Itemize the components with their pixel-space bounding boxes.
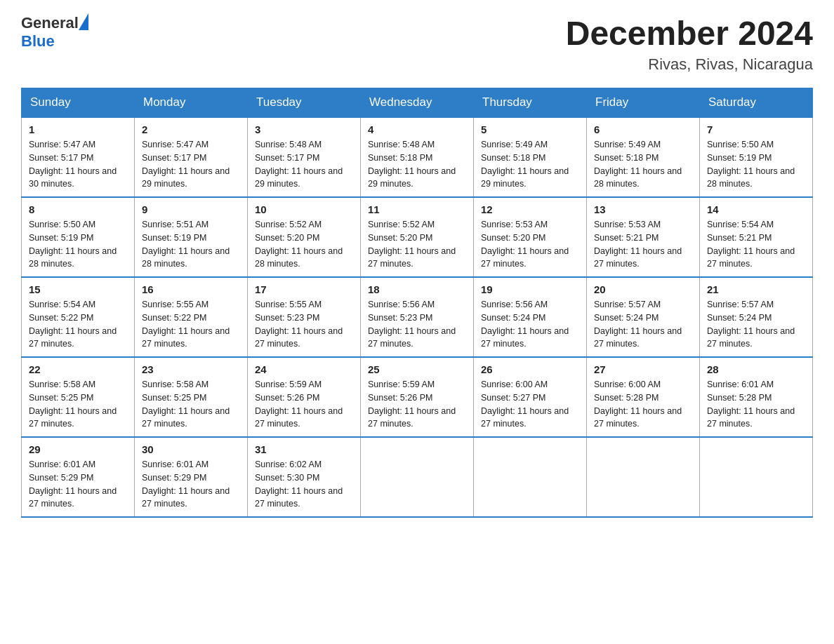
day-number: 7 [707,123,805,135]
calendar-header-thursday: Thursday [474,88,587,118]
day-number: 2 [142,123,240,135]
day-number: 15 [29,283,127,295]
calendar-header-friday: Friday [587,88,700,118]
day-number: 8 [29,203,127,215]
calendar-cell: 27 Sunrise: 6:00 AMSunset: 5:28 PMDaylig… [587,357,700,437]
calendar-week-row: 29 Sunrise: 6:01 AMSunset: 5:29 PMDaylig… [22,437,813,517]
calendar-cell: 5 Sunrise: 5:49 AMSunset: 5:18 PMDayligh… [474,117,587,197]
calendar-cell: 31 Sunrise: 6:02 AMSunset: 5:30 PMDaylig… [248,437,361,517]
calendar-table: SundayMondayTuesdayWednesdayThursdayFrid… [21,88,813,518]
calendar-cell: 9 Sunrise: 5:51 AMSunset: 5:19 PMDayligh… [135,197,248,277]
calendar-cell: 13 Sunrise: 5:53 AMSunset: 5:21 PMDaylig… [587,197,700,277]
day-info: Sunrise: 5:56 AMSunset: 5:24 PMDaylight:… [481,300,569,349]
calendar-header-wednesday: Wednesday [361,88,474,118]
day-number: 23 [142,363,240,375]
day-info: Sunrise: 5:47 AMSunset: 5:17 PMDaylight:… [142,140,230,189]
day-info: Sunrise: 5:50 AMSunset: 5:19 PMDaylight:… [707,140,795,189]
calendar-cell: 17 Sunrise: 5:55 AMSunset: 5:23 PMDaylig… [248,277,361,357]
day-info: Sunrise: 6:01 AMSunset: 5:29 PMDaylight:… [29,459,117,509]
calendar-week-row: 8 Sunrise: 5:50 AMSunset: 5:19 PMDayligh… [22,197,813,277]
calendar-cell: 7 Sunrise: 5:50 AMSunset: 5:19 PMDayligh… [700,117,813,197]
day-info: Sunrise: 5:52 AMSunset: 5:20 PMDaylight:… [368,220,456,269]
day-info: Sunrise: 5:48 AMSunset: 5:18 PMDaylight:… [368,140,456,189]
day-info: Sunrise: 5:58 AMSunset: 5:25 PMDaylight:… [29,380,117,429]
calendar-cell: 22 Sunrise: 5:58 AMSunset: 5:25 PMDaylig… [22,357,135,437]
day-info: Sunrise: 5:48 AMSunset: 5:17 PMDaylight:… [255,140,343,189]
calendar-header-tuesday: Tuesday [248,88,361,118]
calendar-cell: 10 Sunrise: 5:52 AMSunset: 5:20 PMDaylig… [248,197,361,277]
day-info: Sunrise: 5:55 AMSunset: 5:22 PMDaylight:… [142,300,230,349]
day-info: Sunrise: 6:01 AMSunset: 5:29 PMDaylight:… [142,459,230,509]
day-number: 17 [255,283,353,295]
day-number: 30 [142,443,240,455]
calendar-cell [474,437,587,517]
day-info: Sunrise: 5:57 AMSunset: 5:24 PMDaylight:… [594,300,682,349]
calendar-cell: 11 Sunrise: 5:52 AMSunset: 5:20 PMDaylig… [361,197,474,277]
calendar-cell: 8 Sunrise: 5:50 AMSunset: 5:19 PMDayligh… [22,197,135,277]
day-info: Sunrise: 5:56 AMSunset: 5:23 PMDaylight:… [368,300,456,349]
calendar-cell [700,437,813,517]
calendar-cell: 24 Sunrise: 5:59 AMSunset: 5:26 PMDaylig… [248,357,361,437]
day-info: Sunrise: 6:01 AMSunset: 5:28 PMDaylight:… [707,380,795,429]
calendar-week-row: 1 Sunrise: 5:47 AMSunset: 5:17 PMDayligh… [22,117,813,197]
calendar-cell: 19 Sunrise: 5:56 AMSunset: 5:24 PMDaylig… [474,277,587,357]
day-number: 21 [707,283,805,295]
location-text: Rivas, Rivas, Nicaragua [566,55,813,74]
day-number: 1 [29,123,127,135]
calendar-cell: 15 Sunrise: 5:54 AMSunset: 5:22 PMDaylig… [22,277,135,357]
day-info: Sunrise: 5:53 AMSunset: 5:20 PMDaylight:… [481,220,569,269]
day-info: Sunrise: 5:53 AMSunset: 5:21 PMDaylight:… [594,220,682,269]
day-info: Sunrise: 5:49 AMSunset: 5:18 PMDaylight:… [594,140,682,189]
day-info: Sunrise: 5:52 AMSunset: 5:20 PMDaylight:… [255,220,343,269]
day-number: 4 [368,123,466,135]
logo: General Blue [21,14,88,51]
day-info: Sunrise: 5:57 AMSunset: 5:24 PMDaylight:… [707,300,795,349]
day-info: Sunrise: 5:54 AMSunset: 5:21 PMDaylight:… [707,220,795,269]
page-header: General Blue December 2024 Rivas, Rivas,… [21,14,813,74]
calendar-header-sunday: Sunday [22,88,135,118]
day-info: Sunrise: 5:47 AMSunset: 5:17 PMDaylight:… [29,140,117,189]
calendar-cell: 20 Sunrise: 5:57 AMSunset: 5:24 PMDaylig… [587,277,700,357]
day-number: 11 [368,203,466,215]
day-info: Sunrise: 6:02 AMSunset: 5:30 PMDaylight:… [255,459,343,509]
day-info: Sunrise: 5:49 AMSunset: 5:18 PMDaylight:… [481,140,569,189]
day-number: 18 [368,283,466,295]
calendar-cell: 28 Sunrise: 6:01 AMSunset: 5:28 PMDaylig… [700,357,813,437]
day-number: 22 [29,363,127,375]
calendar-header-row: SundayMondayTuesdayWednesdayThursdayFrid… [22,88,813,118]
calendar-cell: 6 Sunrise: 5:49 AMSunset: 5:18 PMDayligh… [587,117,700,197]
calendar-cell: 12 Sunrise: 5:53 AMSunset: 5:20 PMDaylig… [474,197,587,277]
calendar-cell: 14 Sunrise: 5:54 AMSunset: 5:21 PMDaylig… [700,197,813,277]
calendar-cell [361,437,474,517]
logo-general-text: General [21,14,79,32]
day-number: 24 [255,363,353,375]
day-info: Sunrise: 5:59 AMSunset: 5:26 PMDaylight:… [255,380,343,429]
calendar-cell: 21 Sunrise: 5:57 AMSunset: 5:24 PMDaylig… [700,277,813,357]
calendar-cell: 16 Sunrise: 5:55 AMSunset: 5:22 PMDaylig… [135,277,248,357]
month-title: December 2024 [566,14,813,53]
calendar-cell: 1 Sunrise: 5:47 AMSunset: 5:17 PMDayligh… [22,117,135,197]
day-number: 28 [707,363,805,375]
calendar-cell: 23 Sunrise: 5:58 AMSunset: 5:25 PMDaylig… [135,357,248,437]
day-number: 5 [481,123,579,135]
calendar-week-row: 15 Sunrise: 5:54 AMSunset: 5:22 PMDaylig… [22,277,813,357]
day-number: 9 [142,203,240,215]
day-info: Sunrise: 5:51 AMSunset: 5:19 PMDaylight:… [142,220,230,269]
day-number: 14 [707,203,805,215]
calendar-cell: 18 Sunrise: 5:56 AMSunset: 5:23 PMDaylig… [361,277,474,357]
calendar-header-saturday: Saturday [700,88,813,118]
day-number: 31 [255,443,353,455]
day-info: Sunrise: 6:00 AMSunset: 5:28 PMDaylight:… [594,380,682,429]
day-number: 20 [594,283,692,295]
calendar-header-monday: Monday [135,88,248,118]
logo-blue-text: Blue [21,32,55,50]
day-info: Sunrise: 6:00 AMSunset: 5:27 PMDaylight:… [481,380,569,429]
calendar-week-row: 22 Sunrise: 5:58 AMSunset: 5:25 PMDaylig… [22,357,813,437]
calendar-cell: 29 Sunrise: 6:01 AMSunset: 5:29 PMDaylig… [22,437,135,517]
day-info: Sunrise: 5:59 AMSunset: 5:26 PMDaylight:… [368,380,456,429]
calendar-cell: 25 Sunrise: 5:59 AMSunset: 5:26 PMDaylig… [361,357,474,437]
day-number: 19 [481,283,579,295]
logo-triangle-icon [79,13,88,30]
calendar-cell: 4 Sunrise: 5:48 AMSunset: 5:18 PMDayligh… [361,117,474,197]
day-number: 26 [481,363,579,375]
